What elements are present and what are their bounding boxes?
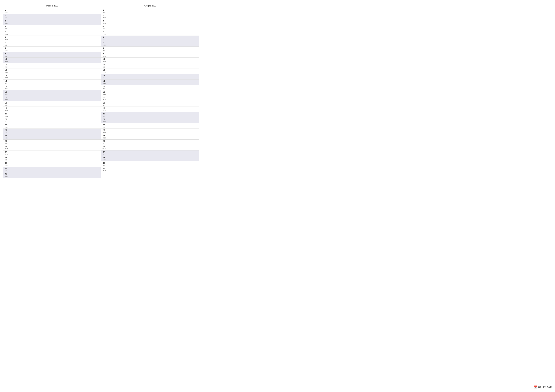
day-info: 4GIO <box>102 25 106 30</box>
day-info: 13MER <box>4 74 8 79</box>
day-number: 16 <box>103 91 106 93</box>
day-name: MER <box>103 137 106 139</box>
day-info: 24MER <box>102 134 106 139</box>
day-name: DOM <box>103 159 106 161</box>
day-info: 10DOM <box>4 58 8 63</box>
day-row: 15LUN <box>102 85 199 90</box>
day-row: 19VEN <box>102 107 199 112</box>
day-row: 24DOM <box>3 134 101 140</box>
day-name: LUN <box>5 143 8 145</box>
day-number: 14 <box>5 80 8 83</box>
day-row: 31DOM <box>3 172 101 178</box>
day-info: 19VEN <box>102 107 106 112</box>
day-name: DOM <box>5 22 8 24</box>
day-number: 23 <box>103 129 106 132</box>
day-name: MER <box>5 77 8 79</box>
day-name: VEN <box>103 148 106 150</box>
calendar-container: Maggio 20201VEN2SAB3DOM4LUN5MAR6MER7GIO8… <box>3 3 199 178</box>
day-row: 15VEN <box>3 85 101 90</box>
day-name: SAB <box>5 17 8 19</box>
day-info: 12MAR <box>4 69 8 73</box>
day-name: LUN <box>5 104 8 106</box>
day-name: MER <box>103 22 106 24</box>
day-number: 4 <box>103 25 106 28</box>
day-row: 11GIO <box>102 63 199 69</box>
day-info: 22VEN <box>4 123 8 128</box>
day-name: VEN <box>5 88 8 90</box>
day-name: DOM <box>5 175 8 177</box>
day-number: 27 <box>103 151 106 153</box>
day-info: 5VEN <box>102 30 106 35</box>
day-name: LUN <box>103 126 106 128</box>
day-row: 6MER <box>3 36 101 41</box>
day-info: 28DOM <box>102 156 106 161</box>
day-row: 29LUN <box>102 161 199 167</box>
day-info: 8VEN <box>4 47 8 52</box>
day-number: 7 <box>5 41 8 44</box>
day-name: MAR <box>5 110 8 112</box>
day-number: 27 <box>5 151 8 153</box>
day-number: 16 <box>5 91 8 93</box>
day-number: 30 <box>5 167 8 170</box>
day-number: 10 <box>103 58 106 61</box>
day-row: 27MER <box>3 150 101 156</box>
month-header-0: Maggio 2020 <box>3 3 101 8</box>
day-info: 29LUN <box>102 162 106 166</box>
day-row: 8LUN <box>102 47 199 52</box>
day-row: 21DOM <box>102 118 199 123</box>
day-row: 28GIO <box>3 156 101 162</box>
day-number: 25 <box>103 140 106 143</box>
day-info: 15VEN <box>4 85 8 90</box>
day-row: 16SAB <box>3 90 101 96</box>
day-number: 12 <box>103 69 106 71</box>
day-row: 3MER <box>102 19 199 25</box>
day-number: 26 <box>5 145 8 148</box>
day-row: 18GIO <box>102 101 199 107</box>
day-info: 21GIO <box>4 118 8 123</box>
day-info: 25GIO <box>102 140 106 145</box>
day-name: MAR <box>5 148 8 150</box>
day-row: 4LUN <box>3 25 101 30</box>
day-info: 16SAB <box>4 91 8 95</box>
day-row: 25GIO <box>102 140 199 145</box>
day-name: MER <box>103 99 106 101</box>
day-name: DOM <box>5 99 8 101</box>
day-row: 7GIO <box>3 41 101 47</box>
day-info: 7GIO <box>4 41 8 46</box>
day-info: 31DOM <box>4 173 8 177</box>
day-number: 21 <box>5 118 8 121</box>
day-info: 19MAR <box>4 107 8 112</box>
day-row: 21GIO <box>3 118 101 123</box>
day-info: 15LUN <box>102 85 106 90</box>
day-info: 10MER <box>102 58 106 63</box>
day-name: MAR <box>103 17 106 19</box>
day-name: GIO <box>5 159 8 161</box>
day-name: SAB <box>103 77 106 79</box>
day-number: 8 <box>5 47 8 50</box>
day-info: 27MER <box>4 151 8 156</box>
day-name: LUN <box>103 11 106 14</box>
day-row: 1VEN <box>3 8 101 14</box>
day-row: 2MAR <box>102 14 199 19</box>
month-header-1: Giugno 2020 <box>102 3 199 8</box>
day-name: GIO <box>5 44 8 46</box>
day-number: 20 <box>103 113 106 115</box>
day-row: 13SAB <box>102 74 199 79</box>
day-row: 20MER <box>3 112 101 118</box>
day-row: 11LUN <box>3 63 101 69</box>
day-info: 9SAB <box>4 52 8 57</box>
day-info: 2SAB <box>4 14 8 19</box>
day-name: VEN <box>103 71 106 73</box>
day-row: 27SAB <box>102 150 199 156</box>
day-number: 2 <box>5 14 8 17</box>
day-info: 3MER <box>102 20 106 24</box>
day-name: LUN <box>103 164 106 166</box>
day-number: 28 <box>103 156 106 159</box>
day-row: 17DOM <box>3 96 101 101</box>
day-number: 9 <box>5 52 8 55</box>
day-number: 22 <box>5 123 8 126</box>
day-row: 13MER <box>3 74 101 79</box>
day-name: LUN <box>5 28 8 30</box>
day-row: 5MAR <box>3 30 101 36</box>
day-info: 14GIO <box>4 80 8 85</box>
